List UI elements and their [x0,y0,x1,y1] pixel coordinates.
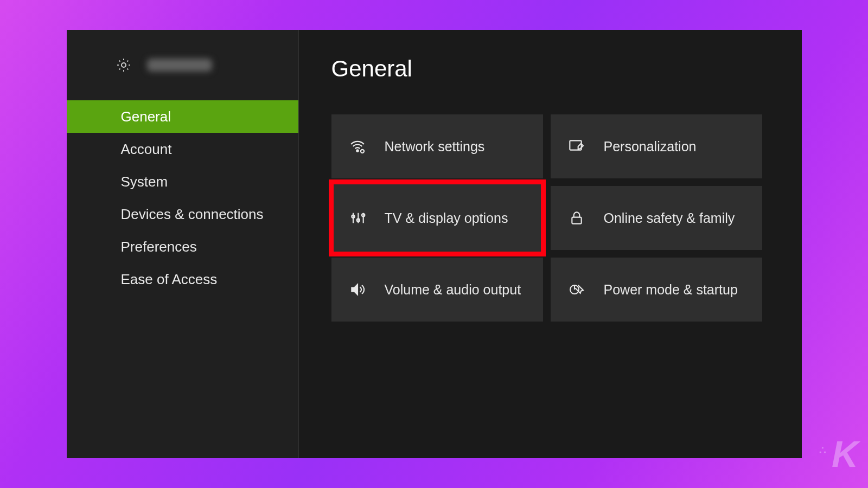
sidebar-item-label: Ease of Access [121,271,218,288]
tile-label: Online safety & family [604,210,735,226]
svg-point-2 [360,150,363,153]
power-icon [568,281,585,298]
sidebar-item-general[interactable]: General [67,100,298,133]
settings-sidebar: General Account System Devices & connect… [67,30,299,458]
sidebar-item-ease-of-access[interactable]: Ease of Access [67,263,298,296]
svg-rect-7 [572,217,581,224]
tile-power-mode-startup[interactable]: Power mode & startup [551,258,762,322]
tile-label: TV & display options [385,210,508,226]
edit-icon [568,138,585,155]
tile-online-safety-family[interactable]: Online safety & family [551,186,762,250]
tile-label: Personalization [604,139,697,155]
display-icon [349,209,366,227]
sidebar-item-devices-connections[interactable]: Devices & connections [67,198,298,230]
sidebar-item-label: General [121,108,171,125]
tile-grid: Network settings Personalization [331,114,769,322]
sidebar-item-label: Account [121,141,172,158]
sidebar-item-label: Preferences [121,239,197,255]
settings-window: General Account System Devices & connect… [67,30,802,458]
svg-point-0 [122,63,126,67]
lock-icon [568,209,585,227]
tile-label: Volume & audio output [385,282,521,298]
tile-label: Power mode & startup [604,282,738,298]
sidebar-header [67,57,298,100]
gear-icon [116,57,132,73]
sidebar-item-label: System [121,174,168,190]
tile-tv-display-options[interactable]: TV & display options [331,182,543,254]
sidebar-item-system[interactable]: System [67,165,298,198]
sidebar-item-preferences[interactable]: Preferences [67,230,298,263]
tile-network-settings[interactable]: Network settings [331,114,543,178]
watermark-dots: ∴ [819,444,829,457]
svg-point-1 [356,150,358,151]
speaker-icon [349,281,366,298]
watermark-letter: K [832,433,856,475]
tile-label: Network settings [385,139,485,155]
network-icon [349,138,366,155]
page-title: General [331,56,769,82]
sidebar-item-account[interactable]: Account [67,133,298,165]
tile-volume-audio-output[interactable]: Volume & audio output [331,258,543,322]
content-area: General Network settings [299,30,802,458]
settings-nav: General Account System Devices & connect… [67,100,298,296]
sidebar-item-label: Devices & connections [121,206,264,223]
tile-personalization[interactable]: Personalization [551,114,762,178]
watermark: ∴ K [819,433,856,475]
profile-name-blurred [147,59,212,72]
